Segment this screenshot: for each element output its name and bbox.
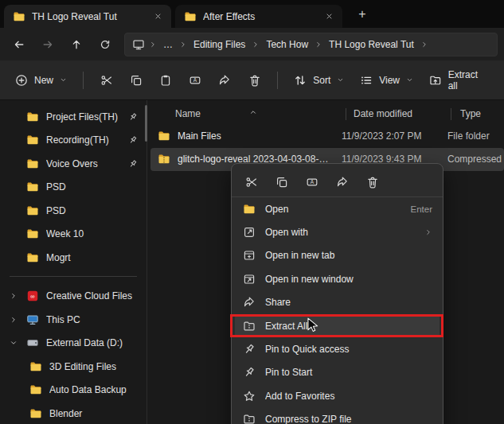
sidebar-item-3d-editing-files[interactable]: 3D Editing Files [2,355,144,379]
menu-item-compress-to-zip[interactable]: Compress to ZIP file [235,408,440,424]
shortcut-label: Enter [411,204,433,214]
sidebar-item-mogrt[interactable]: Mogrt [2,246,144,270]
mouse-cursor [307,317,319,333]
chevron-right-icon[interactable] [7,313,19,325]
tab-title: TH Logo Reveal Tut [32,11,143,22]
copy-icon [275,176,288,189]
extract-all-label: Extract all [448,69,489,91]
breadcrumb-item[interactable]: TH Logo Reveal Tut [326,37,416,52]
menu-item-pin-to-start[interactable]: Pin to Start [235,361,440,384]
sidebar-item-label: Recording(TH) [46,134,121,146]
sort-button[interactable]: Sort [287,67,351,94]
rename-button[interactable] [182,67,209,94]
tab-after-effects[interactable]: After Effects [175,5,342,28]
file-explorer-window: TH Logo Reveal Tut After Effects + … Edi… [0,0,504,424]
close-tab-icon[interactable] [150,9,166,25]
folder-icon [13,10,25,23]
file-row-main-files[interactable]: Main Files 11/9/2023 2:07 PM File folder [150,124,504,148]
star-icon [242,389,256,403]
menu-item-add-to-favorites[interactable]: Add to Favorites [235,384,440,407]
folder-icon [26,228,39,240]
sidebar-item-psd-1[interactable]: PSD [2,176,144,200]
sidebar-item-label: Creative Cloud Files [46,290,138,301]
chevron-right-icon [315,41,322,49]
copy-button[interactable] [268,170,296,193]
menu-item-open-with[interactable]: Open with [235,220,440,243]
folder-icon [29,407,42,420]
navigation-pane: Project Files(TH) Recording(TH) Voice Ov… [0,100,147,424]
column-label: Date modified [354,108,412,119]
sidebar-item-label: This PC [46,314,138,325]
sidebar-item-creative-cloud-files[interactable]: Creative Cloud Files [2,285,144,309]
refresh-button[interactable] [92,33,118,56]
folder-icon [242,202,256,216]
rename-button[interactable] [298,170,326,193]
delete-button[interactable] [358,170,387,193]
chevron-right-icon [179,41,187,49]
menu-item-share[interactable]: Share [235,291,440,314]
share-button[interactable] [328,170,357,193]
cut-icon [100,74,113,87]
back-button[interactable] [6,33,32,56]
paste-button[interactable] [151,67,179,94]
menu-item-open-in-new-window[interactable]: Open in new window [235,267,440,290]
sidebar-scrollbar[interactable] [145,105,147,142]
pin-icon [242,366,256,379]
menu-item-open[interactable]: Open Enter [235,197,440,220]
share-button[interactable] [211,67,239,94]
open-with-icon [242,226,256,239]
column-header-name[interactable]: Name [147,108,346,119]
address-bar[interactable]: … Editing Files Tech How TH Logo Reveal … [124,33,498,56]
menu-item-label: Share [265,297,432,308]
breadcrumb-ellipsis[interactable]: … [161,37,175,52]
column-header-date-modified[interactable]: Date modified [346,108,451,119]
file-type: Compressed [438,154,504,165]
forward-button[interactable] [35,33,61,56]
column-header-type[interactable]: Type [451,108,504,119]
sidebar-item-project-files[interactable]: Project Files(TH) [2,105,144,129]
close-tab-icon[interactable] [321,9,337,25]
new-button[interactable]: New [8,67,74,94]
up-button[interactable] [64,33,89,56]
sidebar-item-psd-2[interactable]: PSD [2,199,144,223]
sidebar-item-external-data[interactable]: External Data (D:) [2,332,144,356]
menu-item-label: Pin to Start [265,367,432,378]
menu-item-label: Add to Favorites [265,391,432,402]
new-tab-button[interactable]: + [352,4,373,25]
tab-th-logo-reveal-tut[interactable]: TH Logo Reveal Tut [4,5,171,28]
menu-item-pin-to-quick-access[interactable]: Pin to Quick access [235,337,440,360]
refresh-icon [100,39,111,50]
creative-cloud-icon [26,290,39,302]
context-menu: Open Enter Open with Open in new tab Ope… [231,163,443,424]
sidebar-item-week-10[interactable]: Week 10 [2,223,144,247]
cut-button[interactable] [92,67,120,94]
chevron-right-icon [252,41,260,49]
sidebar-item-voice-overs[interactable]: Voice Overs [2,152,144,176]
chevron-right-icon[interactable] [7,290,19,302]
sidebar-item-this-pc[interactable]: This PC [2,308,144,332]
delete-button[interactable] [240,67,268,94]
context-menu-quick-actions [232,167,443,197]
rename-icon [189,74,201,87]
breadcrumb-item[interactable]: Tech How [264,37,311,52]
view-button[interactable]: View [353,67,420,94]
chevron-down-icon[interactable] [7,337,19,349]
copy-button[interactable] [122,67,150,94]
menu-item-label: Open [265,204,401,215]
menu-item-open-in-new-tab[interactable]: Open in new tab [235,244,440,267]
column-headers: Name Date modified Type [147,103,504,124]
share-icon [336,176,349,189]
breadcrumb-item[interactable]: Editing Files [191,37,248,52]
sidebar-tree: Creative Cloud Files This PC External Da… [0,285,147,424]
new-tab-icon [242,249,256,263]
cut-button[interactable] [237,170,266,193]
folder-icon [29,360,42,373]
folder-icon [29,383,42,396]
chevron-down-icon [337,76,344,84]
sidebar-item-blender[interactable]: Blender [2,402,144,424]
sidebar-item-recording[interactable]: Recording(TH) [2,129,144,153]
sidebar-item-auto-data-backup[interactable]: Auto Data Backup [2,379,144,403]
file-type: File folder [438,130,504,142]
column-label: Name [175,108,201,119]
extract-all-button[interactable]: Extract all [422,67,496,94]
